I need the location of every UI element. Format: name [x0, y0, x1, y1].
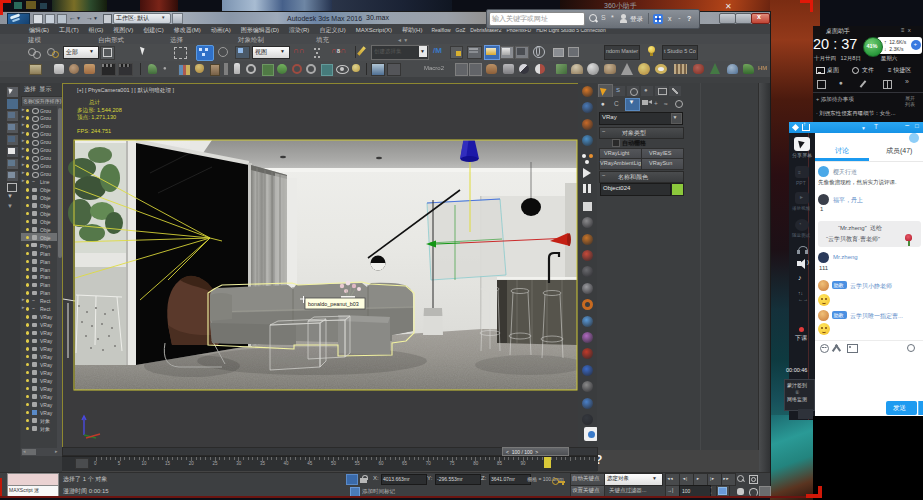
- svg-text:总计: 总计: [88, 99, 101, 105]
- svg-text:FPS: 244.751: FPS: 244.751: [77, 128, 111, 134]
- svg-text:顶点: 1,271,130: 顶点: 1,271,130: [77, 114, 116, 120]
- svg-text:[+] [ PhysCamera001 ] [ 默认明暗处理: [+] [ PhysCamera001 ] [ 默认明暗处理 ]: [77, 87, 175, 94]
- svg-text:bonaldo_peanut_b03: bonaldo_peanut_b03: [308, 301, 359, 307]
- svg-text:多边形: 1,544,208: 多边形: 1,544,208: [77, 107, 122, 114]
